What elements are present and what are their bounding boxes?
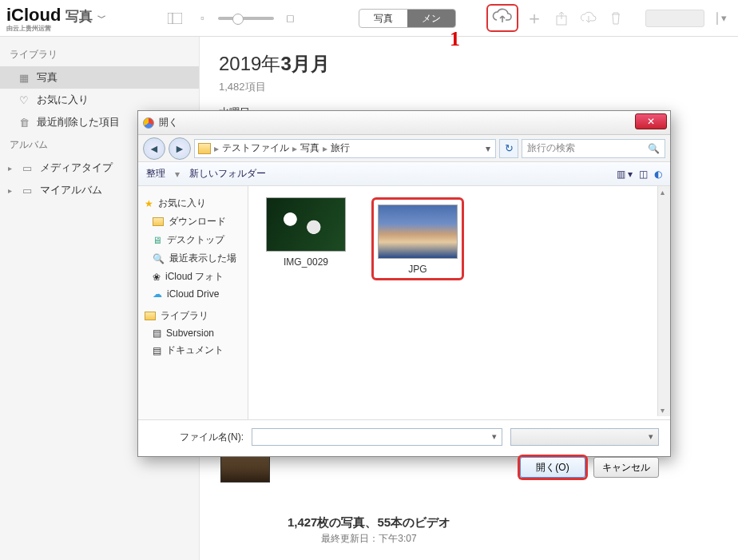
star-icon: ★ xyxy=(145,198,153,209)
sidebar-item-label: お気に入り xyxy=(37,93,89,107)
file-name: IMG_0029 xyxy=(260,256,352,268)
account-chip[interactable] xyxy=(645,10,704,27)
folder-icon: ▭ xyxy=(21,162,34,174)
tree-label: ライブラリ xyxy=(161,309,208,323)
tree-label: お気に入り xyxy=(158,197,206,210)
thumb-large-icon[interactable]: ◻ xyxy=(279,9,301,28)
cancel-button[interactable]: キャンセル xyxy=(593,457,659,478)
title-month: 3月月 xyxy=(280,53,329,74)
sidebar-item-photos[interactable]: ▦ 写真 xyxy=(0,66,199,89)
trash-icon: 🗑 xyxy=(18,117,30,129)
crumb-segment[interactable]: 写真 xyxy=(300,141,319,155)
filetype-select[interactable] xyxy=(510,428,659,446)
brand: iCloud 由云上贵州运营 写真 ﹀ xyxy=(6,5,106,32)
tree-label: iCloud Drive xyxy=(167,288,219,300)
item-count: 1,482項目 xyxy=(219,80,719,94)
view-segment: 写真 メン xyxy=(359,9,456,28)
tree-desktop[interactable]: 🖥デスクトップ xyxy=(138,231,248,249)
breadcrumb[interactable]: ▸ テストファイル ▸ 写真 ▸ 旅行 ▾ xyxy=(194,139,496,158)
title-year: 2019年 xyxy=(219,53,280,74)
back-button[interactable]: ◄ xyxy=(143,137,165,160)
search-icon: 🔍 xyxy=(648,143,660,154)
add-icon[interactable]: ＋ xyxy=(523,9,546,28)
search-placeholder: 旅行の検索 xyxy=(527,141,575,155)
seg-moments[interactable]: メン xyxy=(407,10,455,27)
tree-favorites[interactable]: ★お気に入り xyxy=(138,194,248,212)
share-icon[interactable] xyxy=(550,9,573,28)
tree-subversion[interactable]: ▤Subversion xyxy=(138,325,248,341)
file-item-selected[interactable]: JPG xyxy=(371,197,464,280)
heart-icon: ♡ xyxy=(18,94,30,106)
brand-name: iCloud xyxy=(6,5,61,25)
settings-chevron-icon[interactable]: │▾ xyxy=(709,9,732,28)
file-grid[interactable]: IMG_0029 JPG xyxy=(248,186,670,419)
tree-label: デスクトップ xyxy=(167,233,224,247)
file-name: JPG xyxy=(375,264,460,275)
folder-icon xyxy=(145,312,156,320)
page-title: 2019年3月月 xyxy=(219,51,719,77)
close-button[interactable]: ✕ xyxy=(635,113,667,129)
open-file-dialog: 開く ✕ ◄ ► ▸ テストファイル ▸ 写真 ▸ 旅行 ▾ ↻ 旅行の検索 🔍… xyxy=(137,110,671,457)
tree-library[interactable]: ライブラリ xyxy=(138,307,248,325)
chrome-icon xyxy=(143,117,154,129)
disclosure-triangle-icon[interactable]: ▸ xyxy=(8,164,14,173)
open-button[interactable]: 開く(O) xyxy=(520,457,585,478)
footer-counts: 1,427枚の写真、55本のビデオ xyxy=(288,515,450,529)
thumb-small-icon[interactable]: ▫ xyxy=(191,9,213,28)
tree-label: ダウンロード xyxy=(169,215,226,228)
cloud-icon: ☁ xyxy=(153,288,162,300)
footer-updated: 最終更新日：下午3:07 xyxy=(0,532,738,546)
desktop-icon: 🖥 xyxy=(153,235,162,246)
view-mode-icon[interactable]: ▥ ▾ xyxy=(617,169,633,180)
refresh-button[interactable]: ↻ xyxy=(499,139,518,158)
upload-button[interactable] xyxy=(486,4,518,32)
download-icon[interactable] xyxy=(577,9,600,28)
dialog-titlebar: 開く ✕ xyxy=(138,111,670,135)
sidebar-toggle-icon[interactable] xyxy=(164,9,186,28)
cloud-upload-icon xyxy=(490,8,514,26)
search-input[interactable]: 旅行の検索 🔍 xyxy=(522,139,665,158)
tree-downloads[interactable]: ダウンロード xyxy=(138,212,248,231)
sidebar-item-favorites[interactable]: ♡ お気に入り xyxy=(0,89,199,111)
dialog-bottom: ファイル名(N): 開く(O) キャンセル xyxy=(138,419,670,486)
forward-button[interactable]: ► xyxy=(169,137,191,160)
sidebar-item-label: メディアタイプ xyxy=(40,161,113,175)
folder-icon xyxy=(198,143,211,154)
organize-menu[interactable]: 整理 xyxy=(146,167,165,181)
tree-label: iCloud フォト xyxy=(165,270,224,284)
trash-icon[interactable] xyxy=(605,9,627,28)
crumb-segment[interactable]: テストファイル xyxy=(222,141,289,155)
dialog-toolbar: 整理▾ 新しいフォルダー ▥ ▾ ◫ ◐ xyxy=(138,162,670,186)
top-toolbar: iCloud 由云上贵州运营 写真 ﹀ ▫ ◻ 写真 メン ＋ │▾ xyxy=(0,0,738,37)
filename-input[interactable] xyxy=(252,428,502,446)
crumb-segment[interactable]: 旅行 xyxy=(331,141,350,155)
disclosure-triangle-icon[interactable]: ▸ xyxy=(8,186,14,195)
preview-pane-icon[interactable]: ◫ xyxy=(639,169,648,180)
sidebar-item-label: 写真 xyxy=(37,70,58,85)
folder-tree: ★お気に入り ダウンロード 🖥デスクトップ 🔍最近表示した場 ❀iCloud フ… xyxy=(138,186,248,419)
brand-section: 写真 xyxy=(65,7,93,26)
icloud-photo-icon: ❀ xyxy=(153,272,161,283)
chevron-down-icon[interactable]: ﹀ xyxy=(97,12,106,24)
vertical-scrollbar[interactable] xyxy=(657,186,670,416)
seg-photos[interactable]: 写真 xyxy=(359,10,407,27)
sidebar-section-library: ライブラリ xyxy=(0,43,199,66)
help-icon[interactable]: ◐ xyxy=(654,169,662,180)
doc-icon: ▤ xyxy=(153,345,161,356)
folder-icon xyxy=(153,217,164,226)
tree-label: 最近表示した場 xyxy=(169,252,236,265)
brand-tagline: 由云上贵州运营 xyxy=(6,26,61,32)
tree-icloud-photo[interactable]: ❀iCloud フォト xyxy=(138,268,248,286)
tree-recent[interactable]: 🔍最近表示した場 xyxy=(138,249,248,268)
file-thumbnail xyxy=(266,197,346,252)
folder-icon: ▭ xyxy=(21,185,34,197)
file-item[interactable]: IMG_0029 xyxy=(260,197,352,268)
tree-documents[interactable]: ▤ドキュメント xyxy=(138,341,248,359)
new-folder-button[interactable]: 新しいフォルダー xyxy=(189,167,266,181)
callout-1: 1 xyxy=(450,27,460,51)
tree-icloud-drive[interactable]: ☁iCloud Drive xyxy=(138,286,248,302)
sidebar-item-label: マイアルバム xyxy=(40,183,102,197)
sidebar-item-label: 最近削除した項目 xyxy=(37,115,120,129)
svg-rect-0 xyxy=(168,13,182,24)
zoom-slider[interactable] xyxy=(218,17,274,20)
